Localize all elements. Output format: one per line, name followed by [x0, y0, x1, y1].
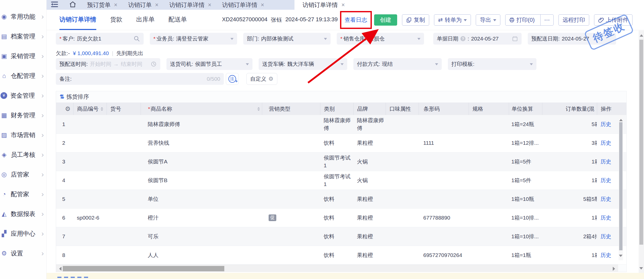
caret-down-icon: [493, 19, 496, 23]
tab-preorder[interactable]: 预订货单 ×: [87, 1, 117, 9]
copy-button[interactable]: 复制: [402, 14, 429, 26]
pick-sort-bar[interactable]: ⇅ 拣货排序: [56, 91, 626, 103]
history-link[interactable]: 历史: [600, 214, 611, 222]
home-icon[interactable]: [69, 1, 76, 9]
transfer-button[interactable]: ⇄ 转单为: [434, 14, 471, 26]
close-icon[interactable]: ×: [341, 2, 345, 8]
calendar-icon[interactable]: [512, 36, 518, 42]
scrollbar-thumb[interactable]: [63, 266, 224, 271]
customize-button[interactable]: 自定义 ⚙: [246, 73, 277, 85]
product-name: 陆林霞康师傅: [141, 115, 262, 133]
row-number: 3: [56, 152, 73, 171]
vehicle-field[interactable]: 送货车辆: 魏大洋车辆: [259, 58, 347, 70]
payment-method-field[interactable]: 付款方式: 现结: [353, 58, 442, 70]
department-field[interactable]: 部门: 内部体验测试: [243, 33, 331, 45]
debt-row: 欠款:- ¥ 1,000,491.40 | 先到期先出: [56, 50, 143, 57]
sidebar-item-warehouse[interactable]: ⌂ 仓配管理 ›: [0, 66, 46, 86]
sidebar-item-common-functions[interactable]: ◉ 常用功能 ›: [0, 7, 46, 26]
remark-field[interactable]: 备注: 0/500: [56, 73, 224, 85]
sidebar-item-settings[interactable]: ⚙ 设置 ›: [0, 243, 46, 263]
close-icon[interactable]: ×: [208, 2, 211, 8]
sidebar-item-finance[interactable]: ▦ 财务管理 ›: [0, 105, 46, 125]
sidebar-item-archives[interactable]: ▤ 档案管理 ›: [0, 26, 46, 46]
sidebar-item-marketing[interactable]: ▨ 市场营销 ›: [0, 125, 46, 145]
subtab-delivery[interactable]: 配送单: [168, 10, 187, 30]
subtab-order-detail[interactable]: 访销订单详情: [59, 10, 96, 30]
print-template-field[interactable]: 打印模板:: [448, 58, 536, 70]
common-functions-icon: ◉: [1, 13, 8, 20]
scroll-down-icon[interactable]: [639, 267, 643, 271]
sort-updown-icon: ⇅: [60, 94, 64, 100]
col-header-name[interactable]: * 商品名称: [141, 103, 262, 115]
close-icon[interactable]: ×: [114, 2, 117, 8]
sidebar-item-label: 财务管理: [11, 111, 35, 119]
scroll-up-icon[interactable]: [640, 33, 643, 37]
customer-field[interactable]: * 客户: 历史欠款1: [56, 33, 144, 45]
quick-note-button[interactable]: 注 +: [226, 73, 239, 85]
close-icon[interactable]: ×: [261, 2, 264, 8]
remote-print-button[interactable]: 远程打印: [558, 14, 589, 26]
browser-tabbar: 预订货单 × 访销订单 × 访销订单详情 × 访销订单详情 × 访销订单详情 ×: [47, 0, 644, 10]
scroll-left-icon[interactable]: [57, 267, 61, 271]
data-reports-icon: ◭: [1, 210, 8, 218]
table-vertical-scrollbar[interactable]: [619, 115, 623, 260]
export-button[interactable]: 导出: [476, 14, 500, 26]
delivery-manager-icon: ◔: [1, 191, 8, 198]
print-button[interactable]: 打印(0): [505, 15, 538, 25]
history-link[interactable]: 历史: [600, 251, 611, 259]
scroll-up-icon[interactable]: [619, 117, 623, 121]
more-print-options-button[interactable]: ⋯: [540, 15, 553, 25]
sort-carets-icon[interactable]: [257, 106, 260, 112]
tab-sales-order[interactable]: 访销订单 ×: [128, 1, 158, 9]
table-row: 1 陆林霞康师傅 陆林霞康师傅 陆林霞康师傅 1箱=24瓶 5箱 历史: [56, 115, 626, 134]
collapse-sidebar-icon[interactable]: [51, 1, 58, 9]
col-header-code[interactable]: 商品编号: [73, 103, 107, 115]
col-header-action: 操作: [597, 103, 618, 115]
bill-date-field[interactable]: 单据日期 ? : 2024-05-27: [433, 33, 522, 45]
history-link[interactable]: 历史: [600, 139, 611, 147]
view-log-link[interactable]: 查看日志: [343, 15, 369, 25]
page-vertical-scrollbar[interactable]: [639, 30, 644, 273]
toolbar-actions: XD240527000004 张钰 2024-05-27 19:13:39 查看…: [222, 14, 644, 26]
caret-down-icon: [230, 38, 234, 42]
tab-sales-order-detail-1[interactable]: 访销订单详情 ×: [169, 1, 211, 9]
sidebar-item-purchase-sales[interactable]: ▣ 采销管理 ›: [0, 46, 46, 66]
sidebar-item-staff-assessment[interactable]: ◈ 员工考核 ›: [0, 145, 46, 164]
scroll-down-icon[interactable]: [619, 255, 622, 259]
tab-sales-order-detail-2[interactable]: 访销订单详情 ×: [222, 1, 264, 9]
history-link[interactable]: 历史: [600, 233, 611, 240]
sidebar-item-app-center[interactable]: ▞ 应用中心 ›: [0, 224, 46, 243]
table-row: 4 侯圆节B 侯圆节考试1 火锅 1箱=5件 1箱 历史: [56, 171, 626, 190]
table-row: 6 sp0002-6 橙汁 促 饮料 果粒橙 677788890 1箱=10排.…: [56, 209, 626, 227]
driver-field[interactable]: 送货司机: 侯圆节员工: [166, 58, 252, 70]
subtab-payment[interactable]: 货款: [110, 10, 122, 30]
tab-sales-order-detail-active[interactable]: 访销订单详情 ×: [294, 0, 353, 10]
sidebar-item-delivery-manager[interactable]: ◔ 配管家 ›: [0, 184, 46, 204]
detail-subtabs: 访销订单详情 货款 出库单 配送单: [47, 10, 187, 30]
sort-carets-icon[interactable]: [101, 106, 103, 112]
product-name: 侯圆节A: [141, 152, 262, 171]
scrollbar-thumb[interactable]: [639, 40, 643, 245]
col-header-unit-conv: 单位换算: [509, 103, 542, 115]
history-link[interactable]: 历史: [600, 120, 611, 128]
history-link[interactable]: 历史: [600, 177, 611, 184]
scrollbar-thumb[interactable]: [619, 122, 622, 250]
table-horizontal-scrollbar[interactable]: [56, 265, 618, 272]
warehouse-field[interactable]: * 销售仓库: 报损仓: [337, 33, 424, 45]
subtab-outbound[interactable]: 出库单: [136, 10, 155, 30]
payment-value: 现结: [382, 60, 393, 68]
search-icon[interactable]: [133, 35, 140, 42]
close-icon[interactable]: ×: [155, 2, 158, 8]
history-link[interactable]: 历史: [600, 158, 611, 166]
sidebar-item-shop-manager[interactable]: ◎ 店管家 ›: [0, 164, 46, 184]
sidebar-item-data-reports[interactable]: ◭ 数据报表 ›: [0, 204, 46, 224]
scroll-right-icon[interactable]: [613, 267, 617, 271]
chevron-right-icon: ›: [41, 250, 44, 257]
create-button[interactable]: 创建: [374, 14, 397, 26]
column-settings-gear-icon[interactable]: ⚙: [56, 103, 73, 115]
history-link[interactable]: 历史: [600, 195, 611, 203]
salesman-field[interactable]: * 业务员: 满登登云管家: [150, 33, 237, 45]
chevron-right-icon: ›: [41, 53, 44, 60]
pre-delivery-time-field[interactable]: 预配送时间: 开始时间 → 结束时间: [56, 58, 160, 70]
sidebar-item-funds[interactable]: ¥ 资金管理 ›: [0, 86, 46, 105]
